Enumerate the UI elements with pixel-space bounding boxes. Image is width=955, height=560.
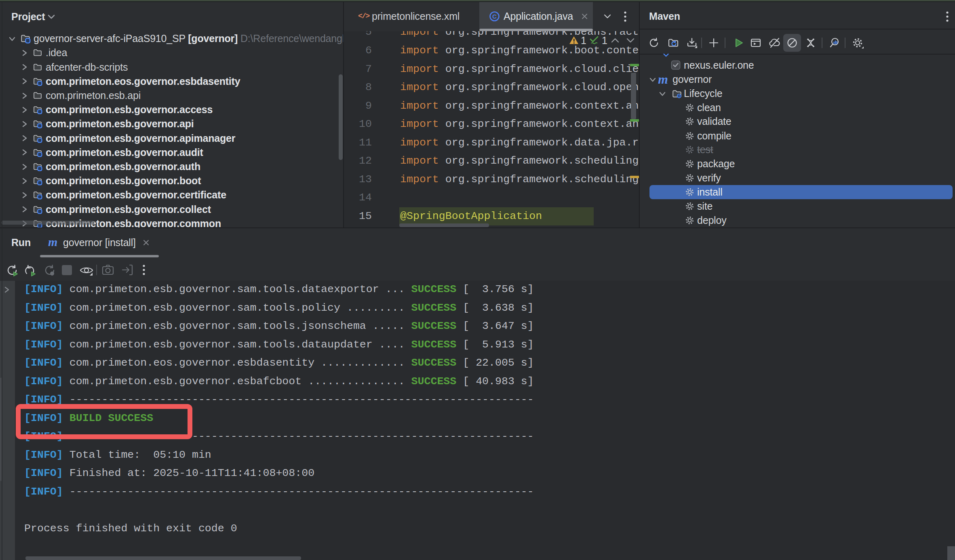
- svg-text:C: C: [492, 13, 497, 20]
